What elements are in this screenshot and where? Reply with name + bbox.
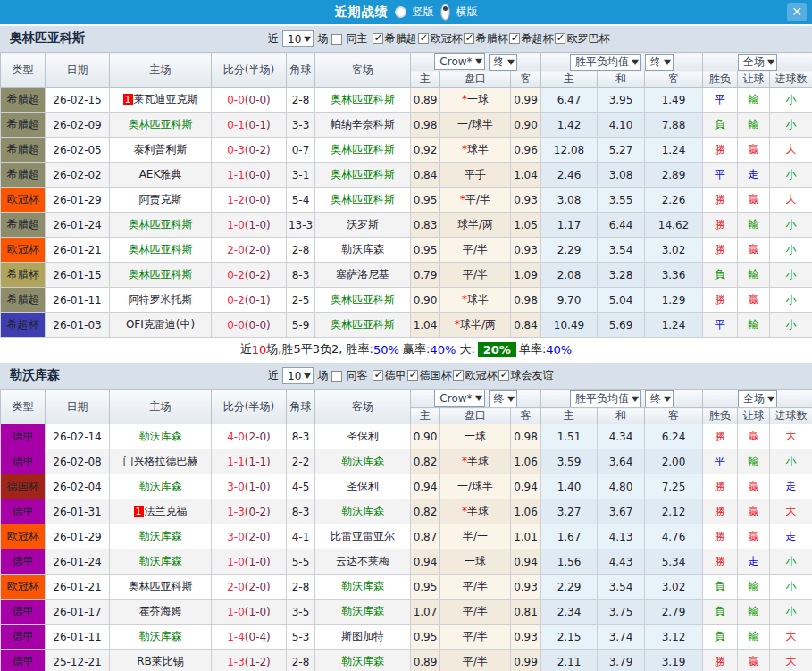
away-team: 奥林匹亚科斯 [315, 288, 411, 313]
final-avg-select[interactable]: 终▼ [645, 54, 674, 71]
team-name: 勒沃库森 [10, 367, 60, 383]
handicap-home-odds: 0.82 [411, 449, 440, 474]
corner-score: 8-3 [287, 424, 315, 449]
same-venue-checkbox[interactable] [331, 371, 342, 382]
league-badge-cell: 德甲 [1, 600, 46, 625]
home-team: 勒沃库森 [110, 524, 212, 549]
avg-home-odds: 2.34 [541, 600, 598, 625]
avg-select[interactable]: 胜平负均值▼ [570, 54, 641, 71]
match-score: 1-1(0-0) [212, 163, 287, 188]
handicap-line: *半球 [440, 449, 511, 474]
home-team: 勒沃库森 [110, 474, 212, 499]
final-odds-select[interactable]: 终▼ [489, 54, 517, 71]
handicap-away-odds: 0.93 [511, 625, 541, 650]
games-count-select[interactable]: 10▼ [282, 30, 314, 47]
horizontal-layout-radio[interactable] [440, 4, 450, 21]
company-select[interactable]: Crow*▼ [434, 390, 484, 407]
result-wdl: 勝 [703, 213, 738, 238]
league-filter[interactable]: 欧冠杯 [418, 32, 462, 45]
match-date: 25-12-21 [46, 650, 110, 671]
match-score: 0-2(0-1) [212, 288, 287, 313]
handicap-away-odds: 0.93 [511, 188, 541, 213]
away-team: 斯图加特 [315, 625, 411, 650]
league-filter[interactable]: 球会友谊 [498, 369, 553, 382]
scope-select[interactable]: 全场▼ [738, 54, 777, 71]
league-checkbox[interactable] [418, 33, 429, 44]
avg-draw-odds: 6.44 [598, 213, 645, 238]
col-avg-away: 客 [645, 408, 703, 424]
close-icon[interactable]: ✕ [787, 3, 807, 21]
league-filter[interactable]: 欧罗巴杯 [555, 32, 609, 45]
league-checkbox[interactable] [498, 370, 509, 381]
avg-draw-odds: 3.28 [598, 263, 645, 288]
league-checkbox[interactable] [407, 370, 418, 381]
result-goals: 大 [770, 188, 812, 213]
corner-score: 5-5 [287, 549, 315, 575]
match-score: 0-0(0-0) [212, 313, 287, 338]
handicap-line: 平/半 [440, 625, 511, 650]
result-handicap: 贏 [738, 474, 770, 499]
matches-table-leverkusen: 类型 日期 主场 比分(半场) 角球 客场 Crow*▼ 终▼ 胜平负均值▼ 终… [0, 389, 812, 671]
col-avg-draw: 和 [598, 71, 645, 88]
final-avg-select[interactable]: 终▼ [645, 390, 674, 407]
avg-home-odds: 1.56 [541, 549, 598, 575]
handicap-home-odds: 0.90 [411, 288, 440, 313]
home-team: 奥林匹亚科斯 [110, 238, 212, 263]
match-date: 26-01-31 [46, 499, 110, 524]
summary-segment: 40% [546, 343, 572, 356]
col-res-handicap: 让球 [738, 408, 770, 424]
avg-home-odds: 3.59 [541, 449, 598, 474]
handicap-home-odds: 0.79 [411, 263, 440, 288]
avg-draw-odds: 4.43 [598, 549, 645, 575]
avg-draw-odds: 3.54 [598, 238, 645, 263]
league-filter[interactable]: 德甲 [373, 369, 406, 382]
match-date: 26-01-29 [46, 188, 110, 213]
rank-badge: 1 [123, 94, 133, 105]
same-venue-checkbox[interactable] [331, 34, 342, 45]
league-checkbox[interactable] [555, 33, 565, 44]
final-odds-select[interactable]: 终▼ [489, 390, 517, 407]
league-checkbox[interactable] [373, 370, 383, 381]
vertical-layout-radio[interactable] [395, 6, 406, 18]
match-score: 0-1(0-1) [212, 113, 287, 138]
result-wdl: 負 [703, 263, 738, 288]
result-goals: 大 [770, 650, 812, 671]
result-wdl: 平 [703, 163, 738, 188]
league-filter[interactable]: 德国杯 [407, 369, 451, 382]
league-checkbox[interactable] [464, 33, 474, 44]
league-checkbox[interactable] [373, 33, 383, 44]
match-row: 希腊超26-01-11阿特罗米托斯0-2(0-1)2-5奥林匹亚科斯0.90*球… [1, 288, 812, 313]
scope-select[interactable]: 全场▼ [738, 390, 777, 407]
league-filter[interactable]: 欧冠杯 [453, 369, 497, 382]
league-filter[interactable]: 希腊超 [373, 32, 416, 45]
avg-away-odds: 3.36 [645, 263, 703, 288]
company-select[interactable]: Crow*▼ [434, 53, 484, 70]
summary-segment: 40% [430, 343, 456, 356]
league-filter[interactable]: 希腊杯 [464, 32, 507, 45]
league-badge-cell: 欧冠杯 [1, 575, 46, 600]
result-goals: 小 [770, 163, 812, 188]
home-team: 1法兰克福 [110, 499, 212, 524]
away-team: 塞萨洛尼基 [315, 263, 411, 288]
corner-score: 2-5 [287, 288, 315, 313]
result-goals: 小 [770, 88, 812, 113]
league-badge-cell: 德国杯 [1, 474, 46, 499]
league-checkbox[interactable] [453, 370, 464, 381]
league-filter[interactable]: 希超杯 [509, 32, 553, 45]
horizontal-layout-label[interactable]: 横版 [456, 4, 478, 20]
match-date: 26-01-11 [46, 288, 110, 313]
filters: 近 10▼ 场 同主 希腊超欧冠杯希腊杯希超杯欧罗巴杯 [268, 26, 609, 52]
corner-score: 3-3 [287, 113, 315, 138]
handicap-away-odds: 0.93 [511, 575, 541, 600]
summary-segment: 20% [478, 342, 516, 357]
corner-score: 2-8 [287, 575, 315, 600]
col-res-wdl: 胜负 [703, 408, 738, 424]
handicap-away-odds: 1.01 [511, 524, 541, 549]
avg-away-odds: 6.24 [645, 424, 703, 449]
league-checkbox[interactable] [509, 33, 520, 44]
avg-select[interactable]: 胜平负均值▼ [570, 390, 641, 407]
games-count-select[interactable]: 10▼ [282, 367, 314, 384]
away-team: 奥林匹亚科斯 [315, 163, 411, 188]
vertical-layout-label[interactable]: 竖版 [413, 4, 434, 20]
result-wdl: 勝 [703, 238, 738, 263]
